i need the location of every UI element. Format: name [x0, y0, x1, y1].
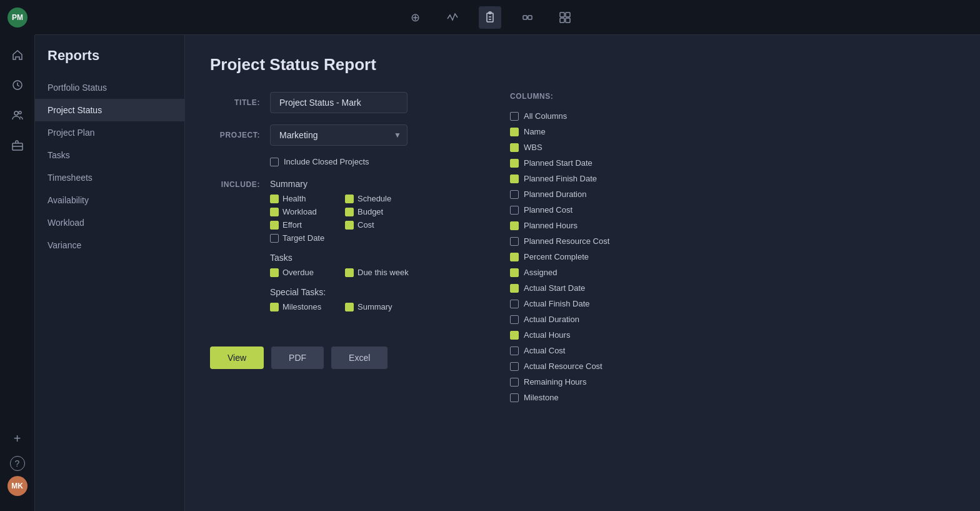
pdf-button[interactable]: PDF	[271, 347, 324, 369]
sidebar-item-project-plan[interactable]: Project Plan	[35, 121, 184, 144]
layout-icon[interactable]	[554, 6, 576, 29]
cb-health[interactable]: Health	[270, 194, 332, 203]
sidebar-item-workload[interactable]: Workload	[35, 211, 184, 234]
col-planned-duration[interactable]: Planned Duration	[510, 186, 950, 202]
planned-resource-cost-checkbox[interactable]	[510, 237, 519, 246]
col-planned-start-date[interactable]: Planned Start Date	[510, 155, 950, 171]
actual-duration-checkbox[interactable]	[510, 315, 519, 324]
include-section: INCLUDE: Summary Health	[210, 179, 472, 321]
col-actual-cost[interactable]: Actual Cost	[510, 343, 950, 358]
col-remaining-hours[interactable]: Remaining Hours	[510, 374, 950, 390]
overdue-checkbox[interactable]	[270, 268, 279, 277]
effort-checkbox[interactable]	[270, 221, 279, 230]
actual-finish-date-checkbox[interactable]	[510, 300, 519, 308]
actual-cost-checkbox[interactable]	[510, 347, 519, 355]
remaining-hours-checkbox[interactable]	[510, 378, 519, 387]
actual-hours-checkbox[interactable]	[510, 331, 519, 340]
planned-start-date-checkbox[interactable]	[510, 159, 519, 168]
milestone-checkbox[interactable]	[510, 393, 519, 402]
wbs-checkbox[interactable]	[510, 143, 519, 152]
budget-checkbox[interactable]	[345, 208, 354, 216]
milestones-label: Milestones	[282, 302, 321, 311]
planned-duration-checkbox[interactable]	[510, 190, 519, 199]
sidebar-item-variance[interactable]: Variance	[35, 234, 184, 256]
summary-title: Summary	[270, 179, 472, 189]
excel-button[interactable]: Excel	[331, 347, 388, 369]
col-actual-duration[interactable]: Actual Duration	[510, 311, 950, 327]
health-checkbox[interactable]	[270, 195, 279, 203]
actual-resource-cost-checkbox[interactable]	[510, 362, 519, 371]
col-planned-resource-cost[interactable]: Planned Resource Cost	[510, 233, 950, 249]
cb-due-this-week[interactable]: Due this week	[345, 268, 409, 277]
actual-start-date-label: Actual Start Date	[524, 283, 585, 293]
col-planned-cost[interactable]: Planned Cost	[510, 202, 950, 218]
col-milestone[interactable]: Milestone	[510, 390, 950, 405]
workload-checkbox[interactable]	[270, 208, 279, 216]
svg-rect-7	[560, 13, 564, 17]
col-name[interactable]: Name	[510, 124, 950, 139]
briefcase-icon[interactable]	[5, 133, 30, 158]
cb-workload[interactable]: Workload	[270, 207, 332, 216]
cb-summary[interactable]: Summary	[345, 302, 408, 311]
percent-complete-checkbox[interactable]	[510, 253, 519, 261]
name-checkbox[interactable]	[510, 128, 519, 136]
cb-schedule[interactable]: Schedule	[345, 194, 408, 203]
add-icon[interactable]: +	[5, 426, 30, 451]
col-actual-resource-cost[interactable]: Actual Resource Cost	[510, 358, 950, 374]
title-input[interactable]	[270, 92, 408, 113]
col-wbs[interactable]: WBS	[510, 139, 950, 155]
assigned-checkbox[interactable]	[510, 268, 519, 277]
sidebar-item-project-status[interactable]: Project Status	[35, 99, 184, 121]
col-complete[interactable]: Complete	[510, 405, 950, 408]
sidebar-item-availability[interactable]: Availability	[35, 189, 184, 211]
col-planned-finish-date[interactable]: Planned Finish Date	[510, 171, 950, 186]
sidebar-item-portfolio-status[interactable]: Portfolio Status	[35, 76, 184, 99]
col-actual-hours[interactable]: Actual Hours	[510, 327, 950, 343]
cost-checkbox[interactable]	[345, 221, 354, 230]
project-label: PROJECT:	[210, 131, 260, 139]
target-date-checkbox[interactable]	[270, 234, 279, 243]
col-all-columns[interactable]: All Columns	[510, 108, 950, 124]
logo: PM	[0, 0, 35, 35]
milestones-checkbox[interactable]	[270, 303, 279, 311]
sidebar-item-timesheets[interactable]: Timesheets	[35, 166, 184, 189]
clock-icon[interactable]	[5, 73, 30, 98]
include-label: INCLUDE:	[210, 180, 260, 189]
tasks-checkboxes: Overdue Due this week	[270, 268, 472, 277]
col-percent-complete[interactable]: Percent Complete	[510, 249, 950, 265]
cb-overdue[interactable]: Overdue	[270, 268, 332, 277]
project-select[interactable]: Marketing Development Sales HR	[270, 124, 408, 146]
cb-milestones[interactable]: Milestones	[270, 302, 332, 311]
col-assigned[interactable]: Assigned	[510, 265, 950, 280]
home-icon[interactable]	[5, 43, 30, 68]
help-icon[interactable]: ?	[10, 456, 25, 471]
users-icon[interactable]	[5, 103, 30, 128]
overdue-label: Overdue	[282, 268, 314, 277]
summary-checkbox[interactable]	[345, 303, 354, 311]
actual-start-date-checkbox[interactable]	[510, 284, 519, 293]
include-closed-checkbox[interactable]	[270, 158, 279, 166]
sidebar-item-tasks[interactable]: Tasks	[35, 144, 184, 166]
cb-target-date[interactable]: Target Date	[270, 233, 332, 243]
cb-budget[interactable]: Budget	[345, 207, 408, 216]
cb-cost[interactable]: Cost	[345, 220, 408, 230]
activity-icon[interactable]	[441, 6, 464, 29]
view-button[interactable]: View	[210, 347, 264, 369]
due-this-week-checkbox[interactable]	[345, 268, 354, 277]
col-actual-finish-date[interactable]: Actual Finish Date	[510, 296, 950, 311]
topbar: PM ⊕	[0, 0, 980, 35]
planned-hours-checkbox[interactable]	[510, 221, 519, 230]
col-planned-hours[interactable]: Planned Hours	[510, 218, 950, 233]
link-icon[interactable]	[516, 6, 539, 29]
clipboard-icon[interactable]	[479, 6, 501, 29]
planned-finish-date-checkbox[interactable]	[510, 175, 519, 183]
avatar[interactable]: MK	[8, 476, 28, 496]
svg-rect-0	[487, 13, 493, 22]
columns-section: COLUMNS: All Columns Name WBS	[510, 92, 955, 408]
all-columns-checkbox[interactable]	[510, 112, 519, 121]
cb-effort[interactable]: Effort	[270, 220, 332, 230]
col-actual-start-date[interactable]: Actual Start Date	[510, 280, 950, 296]
search-zoom-icon[interactable]: ⊕	[404, 6, 426, 29]
schedule-checkbox[interactable]	[345, 195, 354, 203]
planned-cost-checkbox[interactable]	[510, 206, 519, 215]
